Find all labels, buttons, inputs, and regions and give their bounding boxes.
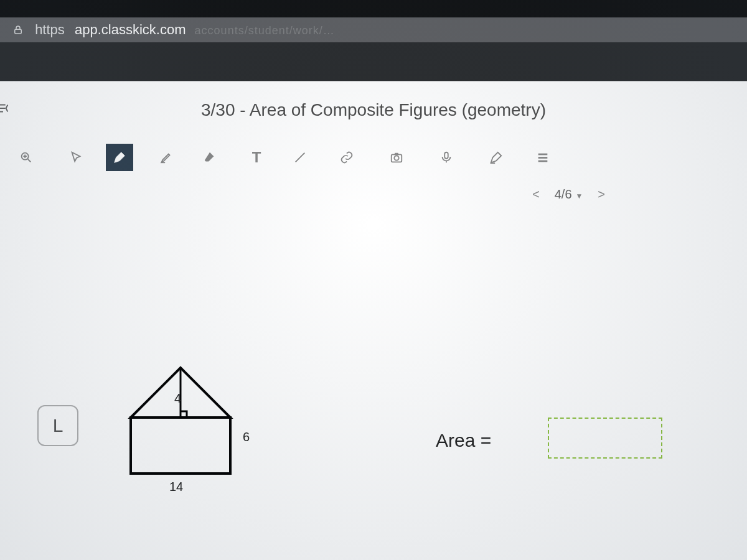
dim-rect-height: 6 (243, 430, 250, 444)
svg-rect-4 (444, 152, 448, 159)
slide-pager: < 4/6▼ > (527, 187, 610, 202)
slide-count[interactable]: 4/6▼ (555, 187, 583, 202)
caret-down-icon: ▼ (576, 192, 583, 200)
url-path: accounts/student/work/… (195, 24, 335, 37)
link-icon[interactable] (333, 144, 360, 171)
dim-base: 14 (169, 480, 183, 494)
svg-rect-0 (15, 29, 22, 34)
pen-icon[interactable] (106, 144, 133, 171)
answer-input-box[interactable] (548, 418, 662, 459)
eraser-icon[interactable] (196, 144, 223, 171)
highlighter-icon[interactable] (153, 144, 180, 171)
slide-canvas[interactable]: L 4 6 14 Area = (0, 218, 747, 560)
dim-triangle-height: 4 (174, 391, 181, 406)
prev-slide-button[interactable]: < (527, 187, 545, 202)
lock-icon (12, 19, 24, 30)
svg-rect-5 (538, 154, 548, 156)
url-host: app.classkick.com (75, 22, 186, 37)
problem-letter: L (37, 405, 78, 446)
next-slide-button[interactable]: > (593, 187, 610, 202)
help-icon[interactable] (482, 144, 510, 171)
pointer-icon[interactable] (62, 144, 90, 171)
zoom-icon[interactable] (12, 144, 40, 171)
menu-icon[interactable] (529, 144, 557, 171)
svg-rect-7 (538, 161, 548, 162)
camera-icon[interactable] (383, 144, 410, 171)
mic-icon[interactable] (433, 144, 460, 171)
assignment-title: 3/30 - Area of Composite Figures (geomet… (201, 100, 546, 120)
line-tool-icon[interactable] (286, 144, 314, 171)
svg-rect-8 (131, 418, 230, 474)
drawing-toolbar: T (0, 138, 747, 175)
text-tool-icon[interactable]: T (243, 144, 270, 171)
composite-figure (112, 355, 249, 492)
assignment-title-bar: 3/30 - Area of Composite Figures (geomet… (0, 82, 747, 125)
browser-address-bar[interactable]: https app.classkick.com accounts/student… (0, 17, 747, 42)
classkick-app: 3/30 - Area of Composite Figures (geomet… (0, 81, 747, 560)
area-prompt: Area = (436, 430, 491, 451)
svg-point-3 (394, 156, 398, 160)
url-scheme: https (35, 22, 65, 37)
svg-rect-6 (538, 157, 548, 159)
